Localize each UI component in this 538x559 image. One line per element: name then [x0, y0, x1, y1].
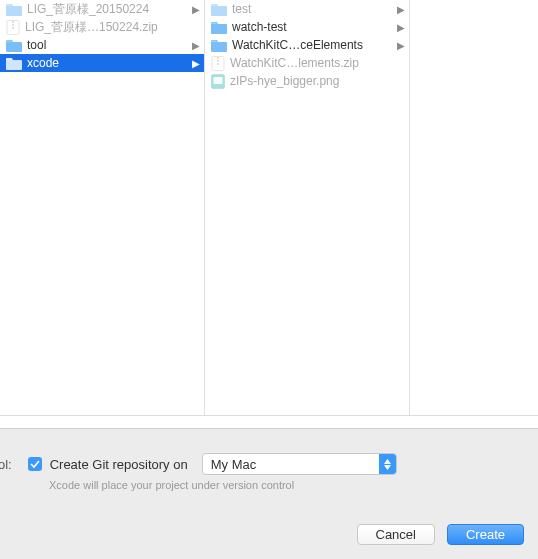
svg-rect-6	[217, 60, 219, 62]
item-label: tool	[27, 38, 187, 52]
bottom-panel: trol: Create Git repository on My Mac Xc…	[0, 428, 538, 559]
folder-icon	[211, 3, 227, 16]
folder-icon	[6, 3, 22, 16]
chevron-right-icon: ▶	[192, 40, 200, 51]
list-item[interactable]: WatchKitC…ceElements▶	[205, 36, 409, 54]
list-item[interactable]: watch-test▶	[205, 18, 409, 36]
list-item[interactable]: tool▶	[0, 36, 204, 54]
chevron-right-icon: ▶	[192, 58, 200, 69]
column-1: LIG_菅原様_20150224▶ LIG_菅原様…150224.zip too…	[0, 0, 205, 415]
item-label: zIPs-hye_bigger.png	[230, 74, 405, 88]
help-text: Xcode will place your project under vers…	[49, 479, 538, 491]
file-browser-columns: LIG_菅原様_20150224▶ LIG_菅原様…150224.zip too…	[0, 0, 538, 416]
zip-file-icon	[211, 56, 225, 71]
item-label: LIG_菅原様…150224.zip	[25, 19, 200, 36]
item-label: WatchKitC…lements.zip	[230, 56, 405, 70]
item-label: WatchKitC…ceElements	[232, 38, 392, 52]
chevron-right-icon: ▶	[397, 22, 405, 33]
dropdown-value: My Mac	[211, 457, 257, 472]
svg-rect-7	[217, 63, 219, 65]
list-item[interactable]: xcode▶	[0, 54, 204, 72]
location-dropdown[interactable]: My Mac	[202, 453, 397, 475]
cancel-button[interactable]: Cancel	[357, 524, 435, 545]
list-item[interactable]: LIG_菅原様_20150224▶	[0, 0, 204, 18]
svg-rect-5	[217, 57, 219, 59]
item-label: watch-test	[232, 20, 392, 34]
chevron-right-icon: ▶	[397, 40, 405, 51]
item-label: xcode	[27, 56, 187, 70]
folder-icon	[211, 39, 227, 52]
dialog-buttons: Cancel Create	[357, 524, 525, 545]
list-item[interactable]: WatchKitC…lements.zip	[205, 54, 409, 72]
chevron-right-icon: ▶	[397, 4, 405, 15]
svg-rect-9	[214, 77, 223, 84]
chevron-right-icon: ▶	[192, 4, 200, 15]
section-label-partial: trol:	[0, 457, 14, 472]
column-3	[410, 0, 538, 415]
list-item[interactable]: test▶	[205, 0, 409, 18]
item-label: LIG_菅原様_20150224	[27, 1, 187, 18]
dropdown-arrows-icon	[379, 454, 396, 474]
svg-rect-1	[12, 21, 14, 23]
folder-icon	[6, 39, 22, 52]
folder-icon	[6, 57, 22, 70]
git-checkbox[interactable]	[28, 457, 42, 471]
create-button[interactable]: Create	[447, 524, 524, 545]
folder-icon	[211, 21, 227, 34]
svg-rect-3	[12, 27, 14, 29]
image-file-icon	[211, 74, 225, 89]
column-2: test▶ watch-test▶ WatchKitC…ceElements▶ …	[205, 0, 410, 415]
zip-file-icon	[6, 20, 20, 35]
git-checkbox-label: Create Git repository on	[50, 457, 188, 472]
list-item[interactable]: LIG_菅原様…150224.zip	[0, 18, 204, 36]
list-item[interactable]: zIPs-hye_bigger.png	[205, 72, 409, 90]
svg-rect-2	[12, 24, 14, 26]
item-label: test	[232, 2, 392, 16]
source-control-row: trol: Create Git repository on My Mac	[0, 429, 538, 475]
